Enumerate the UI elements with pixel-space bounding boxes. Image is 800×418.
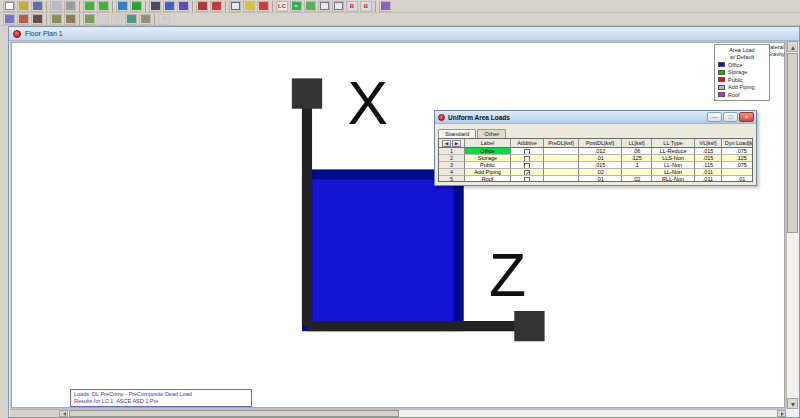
row-number[interactable]: 3 [439, 162, 465, 169]
cell-label[interactable]: Add Piping [465, 169, 511, 176]
cell-predl[interactable] [544, 148, 579, 155]
cell-additive[interactable] [511, 155, 544, 162]
pause-button[interactable] [304, 1, 316, 12]
row-number[interactable]: 2 [439, 155, 465, 162]
dialog-minimize-button[interactable]: — [707, 112, 722, 122]
no-solve-button[interactable] [257, 1, 269, 12]
scroll-left-icon[interactable] [63, 412, 66, 416]
dialog-close-button[interactable]: × [739, 112, 754, 122]
cell-ll-type[interactable]: LL-Reduce [652, 148, 695, 155]
snapshot-button[interactable] [64, 14, 76, 25]
vertical-scroll-thumb[interactable] [787, 53, 798, 233]
equals-button[interactable]: = [290, 1, 302, 12]
new-file-button[interactable] [3, 1, 15, 12]
copy-button[interactable] [50, 1, 62, 12]
cell-postdl[interactable]: .015 [579, 162, 622, 169]
cell-ll[interactable]: .06 [622, 148, 652, 155]
cell-additive[interactable] [511, 162, 544, 169]
layers-button[interactable] [83, 14, 95, 25]
horizontal-scroll-thumb[interactable] [69, 410, 399, 417]
scroll-down-icon[interactable] [791, 403, 795, 407]
prev-record-button[interactable]: ◀ [442, 140, 451, 147]
cell-vl[interactable]: .011 [695, 176, 722, 182]
drawing-canvas[interactable]: 1122334455667788991010AABBCCDDEEFFGGHHII… [10, 41, 786, 409]
cell-postdl[interactable]: .012 [579, 148, 622, 155]
cell-ll[interactable] [622, 169, 652, 176]
cell-label[interactable]: Office [465, 148, 511, 155]
cell-ll-type[interactable]: LLS-Non [652, 155, 695, 162]
cell-vl[interactable]: .015 [695, 148, 722, 155]
cell-label[interactable]: Roof [465, 176, 511, 182]
cell-vl[interactable]: .015 [695, 155, 722, 162]
help-button[interactable] [379, 1, 391, 12]
open-folder-button[interactable] [17, 1, 29, 12]
plates-button[interactable] [177, 1, 189, 12]
refresh-button[interactable] [125, 14, 137, 25]
vertical-scrollbar[interactable] [786, 41, 798, 409]
save-view-button[interactable] [50, 14, 62, 25]
lock-button[interactable] [97, 14, 109, 25]
spreadsheet-button[interactable] [229, 1, 241, 12]
checkbox-unchecked[interactable] [524, 149, 530, 155]
cell-dyn-load[interactable]: .075 [722, 162, 753, 169]
unlock-button[interactable] [111, 14, 123, 25]
undo-button[interactable] [83, 1, 95, 12]
cell-dyn-load[interactable]: .075 [722, 148, 753, 155]
load-combinations-button[interactable]: LC [276, 1, 288, 12]
cell-vl[interactable]: .115 [695, 162, 722, 169]
row-number[interactable]: 5 [439, 176, 465, 182]
results-graph-button[interactable] [243, 1, 255, 12]
cell-ll[interactable]: .1 [622, 162, 652, 169]
grid-tool-button[interactable] [163, 1, 175, 12]
redo-button[interactable] [97, 1, 109, 12]
cell-additive[interactable] [511, 148, 544, 155]
code-check-b-button[interactable]: B [360, 1, 372, 12]
save-button[interactable] [31, 1, 43, 12]
story-levels-button[interactable] [130, 1, 142, 12]
cell-dyn-load[interactable]: .01 [722, 176, 753, 182]
horizontal-scrollbar[interactable] [59, 409, 786, 417]
plot-render-button[interactable] [31, 14, 43, 25]
globe-button[interactable] [116, 1, 128, 12]
report-button[interactable] [318, 1, 330, 12]
cell-predl[interactable] [544, 169, 579, 176]
cell-ll[interactable]: .125 [622, 155, 652, 162]
checkbox-unchecked[interactable] [524, 177, 530, 183]
beam-section-button[interactable] [149, 1, 161, 12]
code-check-a-button[interactable]: B [346, 1, 358, 12]
cell-predl[interactable] [544, 155, 579, 162]
scroll-right-icon[interactable] [781, 412, 784, 416]
cell-ll[interactable]: .02 [622, 176, 652, 182]
dialog-maximize-button[interactable]: □ [723, 112, 738, 122]
cell-label[interactable]: Public [465, 162, 511, 169]
checkbox-unchecked[interactable] [524, 163, 530, 169]
loads-button[interactable] [196, 1, 208, 12]
cell-additive[interactable] [511, 176, 544, 182]
row-number[interactable]: 1 [439, 148, 465, 155]
row-number[interactable]: 4 [439, 169, 465, 176]
checkbox-checked[interactable]: ✓ [524, 170, 530, 176]
cell-ll-type[interactable]: LL-Non [652, 162, 695, 169]
plot-colors-button[interactable] [17, 14, 29, 25]
context-help-button[interactable]: ? [158, 14, 170, 25]
dialog-titlebar[interactable]: Uniform Area Loads — □ × [435, 111, 756, 124]
cell-dyn-load[interactable]: .125 [722, 155, 753, 162]
report-preview-button[interactable] [332, 1, 344, 12]
tab-other[interactable]: Other [477, 129, 506, 139]
cell-postdl[interactable]: .01 [579, 155, 622, 162]
cell-dyn-load[interactable] [722, 169, 753, 176]
cell-vl[interactable]: .011 [695, 169, 722, 176]
scroll-up-icon[interactable] [791, 46, 795, 50]
plot-options-button[interactable] [3, 14, 15, 25]
cell-ll-type[interactable]: LL-Non [652, 169, 695, 176]
floor-plan-titlebar[interactable]: Floor Plan 1 [9, 27, 799, 41]
cell-postdl[interactable]: .01 [579, 176, 622, 182]
cell-predl[interactable] [544, 176, 579, 182]
cell-postdl[interactable]: .02 [579, 169, 622, 176]
camera-button[interactable] [139, 14, 151, 25]
cell-ll-type[interactable]: RLL-Non [652, 176, 695, 182]
delete-loads-button[interactable] [210, 1, 222, 12]
cell-predl[interactable] [544, 162, 579, 169]
checkbox-unchecked[interactable] [524, 156, 530, 162]
cell-label[interactable]: Storage [465, 155, 511, 162]
